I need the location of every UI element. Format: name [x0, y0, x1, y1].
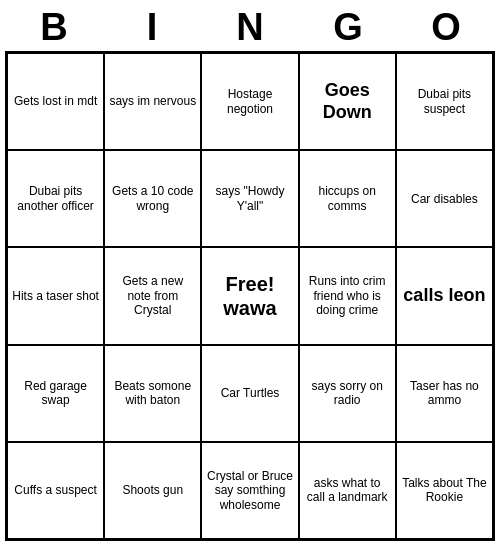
bingo-cell[interactable]: Beats somone with baton	[104, 345, 201, 442]
bingo-grid: Gets lost in mdtsays im nervousHostage n…	[5, 51, 495, 541]
bingo-letter: N	[205, 6, 295, 49]
bingo-cell[interactable]: asks what to call a landmark	[299, 442, 396, 539]
bingo-cell[interactable]: Cuffs a suspect	[7, 442, 104, 539]
bingo-cell[interactable]: says im nervous	[104, 53, 201, 150]
bingo-header: BINGO	[5, 0, 495, 51]
bingo-cell[interactable]: Taser has no ammo	[396, 345, 493, 442]
bingo-cell[interactable]: hiccups on comms	[299, 150, 396, 247]
bingo-cell[interactable]: Car disables	[396, 150, 493, 247]
bingo-cell[interactable]: Gets lost in mdt	[7, 53, 104, 150]
bingo-cell[interactable]: Gets a 10 code wrong	[104, 150, 201, 247]
bingo-cell[interactable]: Runs into crim friend who is doing crime	[299, 247, 396, 344]
bingo-cell[interactable]: Goes Down	[299, 53, 396, 150]
bingo-cell[interactable]: Gets a new note from Crystal	[104, 247, 201, 344]
bingo-cell[interactable]: Dubai pits another officer	[7, 150, 104, 247]
bingo-cell[interactable]: Hostage negotion	[201, 53, 298, 150]
bingo-letter: G	[303, 6, 393, 49]
bingo-letter: O	[401, 6, 491, 49]
bingo-cell[interactable]: Free! wawa	[201, 247, 298, 344]
bingo-cell[interactable]: calls leon	[396, 247, 493, 344]
bingo-cell[interactable]: Car Turtles	[201, 345, 298, 442]
bingo-cell[interactable]: Red garage swap	[7, 345, 104, 442]
bingo-cell[interactable]: Crystal or Bruce say somthing wholesome	[201, 442, 298, 539]
bingo-letter: I	[107, 6, 197, 49]
bingo-cell[interactable]: Dubai pits suspect	[396, 53, 493, 150]
bingo-letter: B	[9, 6, 99, 49]
bingo-cell[interactable]: Talks about The Rookie	[396, 442, 493, 539]
bingo-cell[interactable]: Hits a taser shot	[7, 247, 104, 344]
bingo-cell[interactable]: Shoots gun	[104, 442, 201, 539]
bingo-cell[interactable]: says sorry on radio	[299, 345, 396, 442]
bingo-cell[interactable]: says "Howdy Y'all"	[201, 150, 298, 247]
